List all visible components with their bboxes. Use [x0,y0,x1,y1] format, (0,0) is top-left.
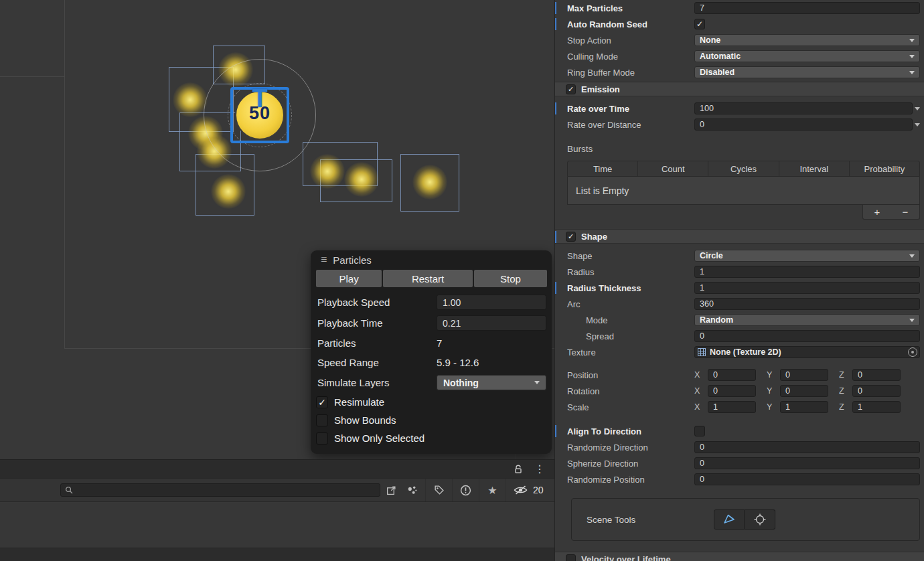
search-input[interactable] [77,485,376,495]
ring-buffer-mode-dropdown[interactable]: Disabled [694,66,920,78]
arc-label: Arc [567,299,694,309]
chevron-down-icon [909,39,915,42]
randomize-direction-row: Randomize Direction 0 [555,439,924,455]
warnings-toggle-button[interactable] [453,479,479,501]
emission-module-header[interactable]: ✓ Emission [555,82,924,96]
restart-button[interactable]: Restart [383,270,473,287]
shape-type-row: Shape Circle [555,248,924,264]
texture-row: Texture None (Texture 2D) [555,344,924,360]
particles-panel-header[interactable]: ≡ Particles [311,250,552,269]
max-particles-label: Max Particles [567,3,694,13]
arc-mode-dropdown[interactable]: Random [694,314,920,326]
panel-menu-icon[interactable]: ≡ [321,254,327,266]
max-particles-field[interactable]: 7 [694,2,920,14]
auto-random-seed-checkbox[interactable]: ✓ [694,19,705,29]
rotation-x-field[interactable]: 0 [708,385,756,397]
rate-over-time-field[interactable]: 100 [694,102,913,114]
axis-z-label: Z [839,386,848,396]
kebab-menu-icon[interactable]: ⋮ [534,464,545,475]
shape-module-header[interactable]: ✓ Shape [555,229,924,244]
spherize-direction-row: Spherize Direction 0 [555,455,924,471]
align-to-direction-checkbox[interactable] [694,426,705,436]
radius-thickness-field[interactable]: 1 [694,282,920,294]
axis-y-label: Y [767,402,775,412]
scene-view[interactable]: T 50 ≡ Particles Play Restart Stop Playb… [0,0,554,561]
texture-object-field[interactable]: None (Texture 2D) [694,346,920,358]
scale-z-field[interactable]: 1 [852,401,901,413]
spread-field[interactable]: 0 [694,330,920,342]
search-toolbar: ★ 20 [0,478,554,502]
scene-visibility-toggle[interactable]: 20 [513,485,544,495]
favorites-toggle-button[interactable]: ★ [479,479,506,501]
scale-y-field[interactable]: 1 [780,401,828,413]
position-x-field[interactable]: 0 [708,369,756,381]
axis-z-label: Z [839,402,848,412]
axis-z-label: Z [839,370,848,380]
rate-over-distance-field[interactable]: 0 [694,118,913,131]
particle-glow [412,165,447,199]
grid-line [64,0,65,348]
scene-tools-buttons [714,509,775,530]
auto-random-seed-label: Auto Random Seed [567,19,694,29]
resimulate-checkbox[interactable]: ✓ [316,396,328,408]
arc-row: Arc 360 [555,296,924,312]
inspector-panel: Max Particles 7 Auto Random Seed ✓ Stop … [554,0,924,561]
rate-over-distance-label: Rate over Distance [567,120,694,130]
play-button[interactable]: Play [316,270,382,287]
emission-enabled-checkbox[interactable]: ✓ [566,84,576,94]
radius-field[interactable]: 1 [694,266,920,278]
emitter-gizmo-tool-button[interactable] [714,509,745,530]
playback-speed-row: Playback Speed 1.00 [311,292,552,313]
position-y-field[interactable]: 0 [780,369,828,381]
chevron-down-icon [909,254,915,258]
playback-time-field[interactable]: 0.21 [437,315,546,331]
scale-x-field[interactable]: 1 [708,401,756,413]
open-in-window-button[interactable] [383,483,399,497]
velocity-enabled-checkbox[interactable] [566,554,576,561]
playback-buttons: Play Restart Stop [316,270,547,287]
randomize-position-label: Randomize Position [567,475,694,485]
object-picker-icon[interactable] [908,347,917,357]
shape-title: Shape [581,232,607,242]
rate-over-time-label: Rate over Time [567,104,694,114]
particle-glow [173,82,208,117]
shape-type-dropdown[interactable]: Circle [694,250,920,262]
simulate-layers-label: Simulate Layers [317,377,437,388]
show-bounds-checkbox[interactable] [316,414,328,426]
chevron-down-icon [909,71,915,74]
show-only-selected-checkbox[interactable] [316,432,328,445]
add-burst-button[interactable]: + [863,206,891,219]
axis-x-label: X [694,386,703,396]
logo-number: 50 [249,103,271,124]
rotation-z-field[interactable]: 0 [852,385,901,397]
axis-y-label: Y [767,370,775,380]
unlock-icon[interactable] [513,464,524,475]
simulate-layers-dropdown[interactable]: Nothing [437,375,546,390]
particle-filter-button[interactable] [399,479,426,501]
randomize-position-field[interactable]: 0 [694,473,920,485]
shape-enabled-checkbox[interactable]: ✓ [566,232,576,242]
radius-row: Radius 1 [555,264,924,280]
curve-mode-icon[interactable] [915,107,920,110]
playback-speed-field[interactable]: 1.00 [437,295,546,310]
label-filter-button[interactable] [426,479,453,501]
hidden-object-count: 20 [533,485,544,495]
randomize-direction-field[interactable]: 0 [694,441,920,453]
transform-gizmo-tool-button[interactable] [745,509,775,530]
stop-action-dropdown[interactable]: None [694,34,920,46]
particle-glow [310,154,345,189]
auto-random-seed-row: Auto Random Seed ✓ [555,16,924,32]
culling-mode-dropdown[interactable]: Automatic [694,50,920,62]
rotation-y-field[interactable]: 0 [780,385,828,397]
arc-field[interactable]: 360 [694,298,920,310]
curve-mode-icon[interactable] [915,123,920,127]
stop-button[interactable]: Stop [474,270,547,287]
position-z-field[interactable]: 0 [852,369,901,381]
bursts-label: Bursts [567,141,920,157]
eye-slash-icon [513,485,528,495]
search-box[interactable] [60,483,380,497]
remove-burst-button[interactable]: − [891,206,919,219]
velocity-over-lifetime-header[interactable]: Velocity over Lifetime [555,552,924,561]
playback-speed-label: Playback Speed [317,297,437,308]
spherize-direction-field[interactable]: 0 [694,457,920,469]
